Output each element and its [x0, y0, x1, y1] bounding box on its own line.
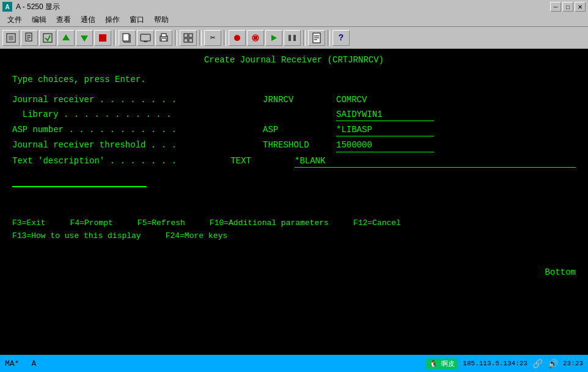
value-jrnrcv: COMRCV	[336, 94, 367, 106]
menu-edit[interactable]: 编辑	[27, 13, 51, 26]
fkey-row-2: F13=How to use this display F24=More key…	[12, 231, 576, 242]
svg-rect-30	[314, 39, 317, 40]
toolbar-sep-1	[114, 30, 116, 46]
fkey-f4[interactable]: F4=Prompt	[70, 218, 113, 229]
fkey-f12[interactable]: F12=Cancel	[353, 218, 401, 229]
taskbar-time: 23:23	[563, 360, 583, 367]
toolbar-btn-copy[interactable]	[119, 30, 136, 46]
window-title: A - 5250 显示	[16, 2, 60, 12]
svg-rect-16	[161, 39, 166, 41]
green-separator	[12, 174, 147, 187]
fkey-f24[interactable]: F24=More keys	[166, 231, 227, 242]
svg-rect-17	[184, 34, 188, 37]
svg-point-21	[234, 35, 240, 41]
toolbar-btn-rec2[interactable]	[247, 30, 264, 46]
toolbar: ✂ ?	[0, 27, 588, 49]
prompt-line: Type choices, press Enter.	[12, 73, 576, 86]
taskbar-icon-network: 🔗	[532, 359, 543, 369]
toolbar-sep-6	[328, 30, 330, 46]
svg-rect-23	[254, 36, 257, 40]
label-asp: ASP number . . . . . . . . . . .	[12, 124, 263, 136]
svg-marker-24	[271, 35, 277, 41]
svg-marker-7	[62, 34, 70, 40]
fkey-f3[interactable]: F3=Exit	[12, 218, 46, 229]
svg-rect-18	[189, 34, 193, 37]
svg-rect-28	[314, 35, 319, 37]
toolbar-btn-down[interactable]	[76, 30, 93, 46]
label-library: Library . . . . . . . . . . .	[12, 108, 263, 121]
toolbar-sep-3	[199, 30, 202, 46]
toolbar-btn-3[interactable]	[39, 30, 56, 46]
value-asp: *LIBASP	[336, 124, 434, 136]
toolbar-btn-rec3[interactable]	[265, 30, 282, 46]
minimize-button[interactable]: ─	[550, 2, 561, 12]
field-row-asp: ASP number . . . . . . . . . . . ASP *LI…	[12, 124, 576, 136]
svg-rect-9	[99, 34, 106, 42]
toolbar-btn-rec1[interactable]	[229, 30, 246, 46]
svg-rect-26	[293, 35, 296, 41]
param-text: TEXT	[230, 155, 295, 168]
toolbar-btn-screen[interactable]	[137, 30, 154, 46]
title-bar: A A - 5250 显示 ─ □ ✕	[0, 0, 588, 13]
fkey-section: F3=Exit F4=Prompt F5=Refresh F10=Additio…	[12, 218, 576, 242]
toolbar-btn-print[interactable]	[155, 30, 172, 46]
fkey-f10[interactable]: F10=Additional parameters	[210, 218, 329, 229]
svg-rect-4	[27, 37, 31, 38]
status-a: A	[31, 359, 36, 368]
toolbar-sep-5	[303, 30, 306, 46]
svg-rect-29	[314, 37, 319, 39]
toolbar-btn-scissors[interactable]: ✂	[204, 30, 221, 46]
toolbar-btn-2[interactable]	[21, 30, 38, 46]
app-icon: A	[2, 2, 12, 12]
value-threshold: 1500000	[336, 139, 434, 152]
bottom-label: Bottom	[545, 266, 576, 278]
value-library: SAIDYWIN1	[336, 108, 434, 121]
menu-comm[interactable]: 通信	[76, 13, 100, 26]
menu-help[interactable]: 帮助	[149, 13, 174, 26]
toolbar-sep-4	[224, 30, 226, 46]
toolbar-btn-stop[interactable]	[94, 30, 111, 46]
param-library	[263, 108, 336, 121]
label-threshold: Journal receiver threshold . . .	[12, 139, 263, 152]
fkey-f13[interactable]: F13=How to use this display	[12, 231, 141, 242]
toolbar-sep-2	[175, 30, 177, 46]
svg-rect-13	[144, 41, 147, 42]
menu-view[interactable]: 查看	[51, 13, 76, 26]
svg-rect-20	[189, 39, 193, 42]
value-text: *BLANK	[295, 155, 576, 168]
toolbar-btn-up[interactable]	[57, 30, 75, 46]
taskbar-icon-sound: 🔊	[548, 359, 558, 369]
menu-file[interactable]: 文件	[2, 13, 27, 26]
menu-window[interactable]: 窗口	[125, 13, 149, 26]
status-ma: MA*	[5, 359, 19, 368]
field-row-jrnrcv: Journal receiver . . . . . . . . JRNRCV …	[12, 94, 576, 106]
field-row-text: Text 'description' . . . . . . . TEXT *B…	[12, 155, 576, 168]
ip-info: 185.113.5.134:23	[463, 360, 527, 367]
svg-rect-25	[288, 35, 291, 41]
svg-rect-5	[27, 39, 29, 40]
toolbar-btn-doc[interactable]	[308, 30, 325, 46]
toolbar-btn-rec4[interactable]	[284, 30, 301, 46]
field-row-library: Library . . . . . . . . . . . SAIDYWIN1	[12, 108, 576, 121]
fkey-row-1: F3=Exit F4=Prompt F5=Refresh F10=Additio…	[12, 218, 576, 229]
close-button[interactable]: ✕	[575, 2, 586, 12]
fkey-f5[interactable]: F5=Refresh	[138, 218, 185, 229]
svg-rect-19	[184, 39, 188, 42]
param-asp: ASP	[263, 124, 336, 136]
svg-marker-8	[81, 35, 88, 42]
terminal-title: Create Journal Receiver (CRTJRNRCV)	[12, 54, 576, 66]
toolbar-btn-help[interactable]: ?	[333, 30, 350, 46]
status-bar: MA* A 🐧 啊皮 185.113.5.134:23 🔗 🔊 23:23	[0, 355, 588, 372]
toolbar-btn-grid[interactable]	[180, 30, 197, 46]
terminal-area: Create Journal Receiver (CRTJRNRCV) Type…	[0, 49, 588, 355]
toolbar-btn-1[interactable]	[2, 30, 20, 46]
svg-rect-12	[141, 34, 150, 41]
status-left: MA* A	[5, 359, 36, 368]
param-jrnrcv: JRNRCV	[263, 94, 336, 106]
menu-ops[interactable]: 操作	[100, 13, 125, 26]
param-threshold: THRESHOLD	[263, 139, 336, 152]
svg-rect-3	[27, 35, 31, 36]
svg-rect-1	[9, 35, 13, 40]
maximize-button[interactable]: □	[562, 2, 573, 12]
menu-bar: 文件 编辑 查看 通信 操作 窗口 帮助	[0, 13, 588, 27]
